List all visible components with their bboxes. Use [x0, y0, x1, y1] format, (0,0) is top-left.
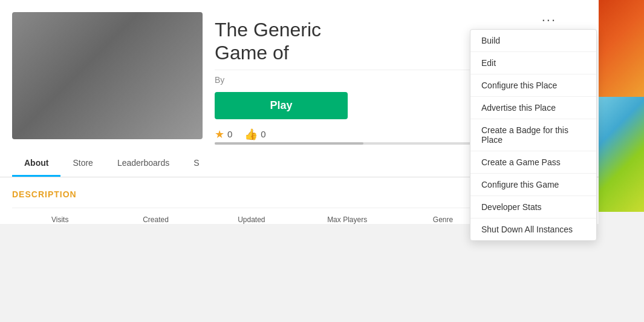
star-icon: ★: [215, 128, 224, 141]
tab-store[interactable]: Store: [60, 151, 105, 177]
game-title-line1: The Generic: [215, 19, 321, 41]
star-count: 0: [227, 129, 232, 139]
side-image: [599, 0, 644, 212]
play-button[interactable]: Play: [215, 92, 348, 119]
tab-about[interactable]: About: [12, 151, 60, 177]
dropdown-item-configure-place[interactable]: Configure this Place: [470, 74, 596, 97]
stat-created: Created: [108, 215, 203, 224]
star-rating: ★ 0: [215, 128, 232, 141]
tab-leaderboards[interactable]: Leaderboards: [105, 151, 181, 177]
dropdown-item-build[interactable]: Build: [470, 30, 596, 52]
game-thumbnail: [12, 12, 203, 139]
dropdown-menu: Build Edit Configure this Place Advertis…: [470, 29, 597, 241]
dropdown-item-edit[interactable]: Edit: [470, 52, 596, 74]
scrollbar-thumb: [215, 142, 363, 145]
dropdown-item-configure-game[interactable]: Configure this Game: [470, 174, 596, 196]
stat-visits: Visits: [12, 215, 108, 224]
stat-updated: Updated: [204, 215, 299, 224]
game-title-line2: Game of: [215, 42, 289, 64]
dropdown-item-advertise-place[interactable]: Advertise this Place: [470, 97, 596, 119]
dropdown-item-create-badge[interactable]: Create a Badge for this Place: [470, 119, 596, 151]
side-image-bottom: [599, 97, 644, 212]
more-options-button[interactable]: ···: [542, 12, 556, 28]
thumbs-up-icon: 👍: [244, 128, 258, 141]
dropdown-item-shut-down[interactable]: Shut Down All Instances: [470, 218, 596, 240]
stat-max-players: Max Players: [299, 215, 395, 224]
thumb-rating: 👍 0: [244, 128, 265, 141]
thumb-count: 0: [261, 129, 265, 139]
side-image-top: [599, 0, 644, 97]
dropdown-item-developer-stats[interactable]: Developer Stats: [470, 196, 596, 218]
dropdown-item-create-game-pass[interactable]: Create a Game Pass: [470, 151, 596, 174]
tab-s[interactable]: S: [181, 151, 211, 177]
